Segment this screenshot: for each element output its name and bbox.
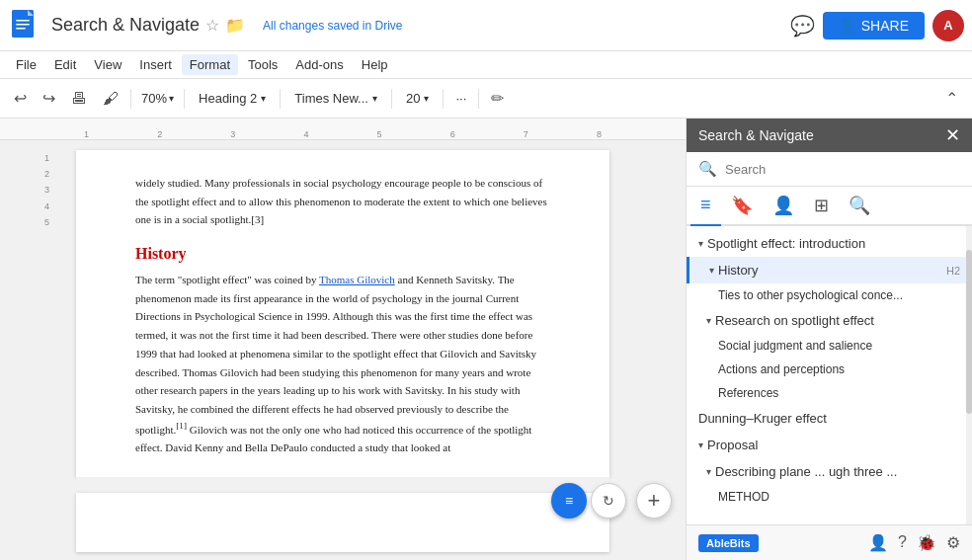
list-float-button[interactable]: ≡ — [551, 483, 587, 519]
person-icon: 👤 — [839, 18, 855, 34]
nav-item-research[interactable]: ▾ Research on spotlight effect — [687, 307, 972, 334]
side-panel: Search & Navigate ✕ 🔍 ≡ 🔖 👤 ⊞ 🔍 ▾ Spotli… — [686, 119, 972, 560]
more-button[interactable]: ··· — [449, 87, 472, 110]
comment-button[interactable]: 💬 — [790, 14, 815, 38]
ruler: 12345678 — [0, 119, 686, 140]
body-paragraph: The term "spotlight effect" was coined b… — [135, 271, 550, 457]
collapse-arrow-describing: ▾ — [706, 466, 711, 477]
search-input[interactable] — [725, 162, 960, 177]
left-margin: 12345 — [44, 150, 49, 230]
nav-item-social[interactable]: Social judgment and salience — [687, 334, 972, 358]
collapse-arrow-history: ▾ — [709, 265, 714, 276]
collapse-arrow-intro: ▾ — [698, 238, 703, 249]
font-arrow: ▾ — [372, 93, 377, 104]
nav-label-dunning: Dunning–Kruger effect — [698, 411, 827, 426]
bug-icon[interactable]: 🐞 — [917, 533, 936, 552]
page-1: widely studied. Many professionals in so… — [76, 150, 609, 477]
menu-bar: File Edit View Insert Format Tools Add-o… — [0, 51, 972, 79]
undo-button[interactable]: ↩ — [8, 85, 33, 112]
collapse-arrow-research: ▾ — [706, 315, 711, 326]
nav-label-social: Social judgment and salience — [718, 339, 872, 353]
nav-item-ties[interactable]: Ties to other psychological conce... — [687, 283, 972, 307]
person-icon-ab[interactable]: 👤 — [868, 533, 888, 552]
add-fab[interactable]: + — [636, 483, 672, 519]
ablebits-logo[interactable]: AbleBits — [698, 534, 759, 552]
doc-icon — [8, 8, 43, 43]
help-icon[interactable]: ? — [898, 533, 907, 552]
ablebits-icons: 👤 ? 🐞 ⚙ — [868, 533, 960, 552]
side-panel-header: Search & Navigate ✕ — [687, 119, 972, 152]
font-select[interactable]: Times New... ▾ — [286, 89, 385, 108]
close-panel-button[interactable]: ✕ — [945, 126, 960, 144]
page-break — [76, 477, 609, 493]
star-icon[interactable]: ☆ — [205, 16, 219, 35]
redo-button[interactable]: ↪ — [37, 85, 61, 112]
side-panel-title: Search & Navigate — [698, 127, 814, 143]
style-value: Heading 2 — [199, 91, 257, 106]
folder-icon[interactable]: 📁 — [225, 16, 245, 35]
nav-item-describing[interactable]: ▾ Describing plane ... ugh three ... — [687, 458, 972, 485]
nav-label-ties: Ties to other psychological conce... — [718, 288, 903, 302]
nav-label-history: History — [718, 263, 758, 278]
menu-tools[interactable]: Tools — [240, 54, 285, 75]
nav-item-dunning[interactable]: Dunning–Kruger effect — [687, 405, 972, 432]
nav-label-describing: Describing plane ... ugh three ... — [715, 464, 897, 479]
settings-icon[interactable]: ⚙ — [946, 533, 960, 552]
menu-help[interactable]: Help — [354, 54, 396, 75]
style-arrow: ▾ — [261, 93, 266, 104]
menu-addons[interactable]: Add-ons — [287, 54, 351, 75]
size-select[interactable]: 20 ▾ — [398, 89, 437, 108]
tab-table[interactable]: ⊞ — [804, 187, 839, 224]
pencil-button[interactable]: ✏ — [485, 85, 510, 112]
menu-edit[interactable]: Edit — [46, 54, 84, 75]
nav-item-spotlight-intro[interactable]: ▾ Spotlight effect: introduction — [687, 230, 972, 257]
tab-outline[interactable]: ≡ — [690, 187, 721, 226]
side-search-bar: 🔍 — [687, 152, 972, 187]
collapse-toolbar-button[interactable]: ⌃ — [939, 85, 964, 112]
cloud-save-text: All changes saved in Drive — [263, 19, 402, 33]
nav-item-proposal[interactable]: ▾ Proposal — [687, 432, 972, 458]
tab-people[interactable]: 👤 — [763, 187, 804, 224]
tab-search[interactable]: 🔍 — [839, 187, 880, 224]
refresh-float-button[interactable]: ↻ — [591, 483, 626, 519]
nav-label-actions: Actions and perceptions — [718, 362, 845, 376]
nav-item-actions[interactable]: Actions and perceptions — [687, 358, 972, 381]
title-area: Search & Navigate ☆ 📁 All changes saved … — [51, 15, 790, 36]
nav-label-spotlight-intro: Spotlight effect: introduction — [707, 236, 865, 251]
nav-item-method[interactable]: METHOD — [687, 485, 972, 509]
nav-label-references: References — [718, 386, 778, 400]
document-area: 12345678 12345 widely studied. Many prof… — [0, 119, 686, 560]
share-button[interactable]: 👤 SHARE — [823, 12, 925, 40]
size-value: 20 — [406, 91, 420, 106]
menu-file[interactable]: File — [8, 54, 44, 75]
side-tabs: ≡ 🔖 👤 ⊞ 🔍 — [687, 187, 972, 226]
history-badge: H2 — [946, 265, 960, 277]
menu-insert[interactable]: Insert — [131, 54, 180, 75]
nav-label-research: Research on spotlight effect — [715, 313, 874, 328]
page-2 — [76, 493, 609, 552]
intro-paragraph: widely studied. Many professionals in so… — [135, 174, 550, 229]
side-nav-content: ▾ Spotlight effect: introduction ▾ Histo… — [687, 226, 972, 524]
tab-bookmarks[interactable]: 🔖 — [721, 187, 763, 224]
style-select[interactable]: Heading 2 ▾ — [191, 89, 274, 108]
scrollbar-track — [966, 226, 972, 524]
collapse-arrow-proposal: ▾ — [698, 440, 703, 450]
ablebits-bar: AbleBits 👤 ? 🐞 ⚙ — [687, 524, 972, 560]
paint-format-button[interactable]: 🖌 — [97, 86, 124, 112]
print-button[interactable]: 🖶 — [65, 86, 93, 112]
nav-item-history[interactable]: ▾ History H2 — [687, 257, 972, 283]
zoom-value: 70% — [141, 91, 167, 106]
zoom-select[interactable]: 70% ▾ — [137, 89, 178, 108]
scrollbar-thumb[interactable] — [966, 250, 972, 414]
share-label: SHARE — [861, 18, 909, 34]
svg-rect-4 — [16, 24, 30, 26]
nav-label-proposal: Proposal — [707, 438, 758, 452]
menu-format[interactable]: Format — [182, 54, 238, 75]
toolbar: ↩ ↪ 🖶 🖌 70% ▾ Heading 2 ▾ Times New... ▾… — [0, 79, 972, 119]
menu-view[interactable]: View — [86, 54, 129, 75]
nav-item-references[interactable]: References — [687, 381, 972, 405]
svg-rect-5 — [16, 28, 26, 30]
doc-title[interactable]: Search & Navigate — [51, 15, 200, 36]
nav-label-method: METHOD — [718, 490, 770, 504]
size-arrow: ▾ — [424, 93, 429, 104]
